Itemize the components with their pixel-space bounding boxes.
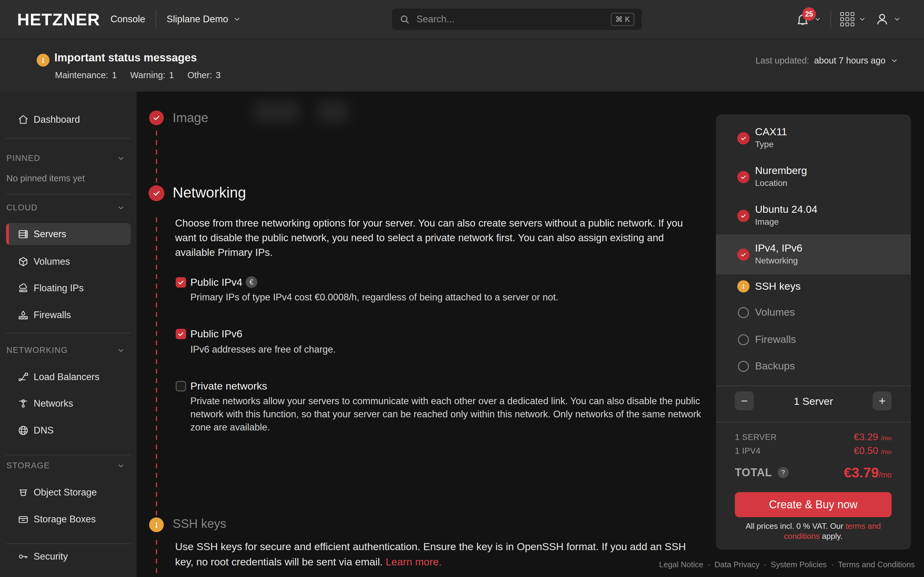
price-amount: €0.50 [854, 445, 878, 456]
networking-description: Choose from three networking options for… [175, 216, 695, 260]
top-navbar: HETZNER Console Sliplane Demo ⌘ K 25 [0, 0, 924, 39]
private-networks-description: Private networks allow your servers to c… [191, 395, 710, 434]
warning-icon [37, 54, 50, 66]
bucket-icon [18, 487, 29, 498]
sidebar-item-dashboard[interactable]: Dashboard [0, 109, 137, 131]
step-connector [156, 218, 157, 515]
summary-step-volumes[interactable]: Volumes [755, 306, 795, 318]
sidebar-item-servers[interactable]: Servers [6, 223, 131, 245]
empty-step-icon [738, 307, 749, 318]
increase-server-count-button[interactable]: + [873, 392, 892, 410]
sidebar-item-networks[interactable]: Networks [0, 393, 137, 414]
divider [6, 194, 131, 195]
status-counts: Maintenance:1 Warning:1 Other:3 [55, 70, 221, 80]
section-label: PINNED [6, 153, 40, 163]
sidebar-item-security[interactable]: Security [0, 546, 137, 567]
account-menu-button[interactable] [875, 12, 901, 26]
sidebar-item-floating-ips[interactable]: Floating IPs [0, 277, 137, 299]
chevron-down-icon [890, 57, 898, 65]
section-title-image: Image [173, 111, 208, 125]
search-bar[interactable]: ⌘ K [392, 8, 642, 30]
private-networks-checkbox[interactable] [176, 381, 186, 392]
footer-links: Legal Notice · Data Privacy · System Pol… [659, 560, 915, 569]
help-icon[interactable]: ? [778, 467, 788, 478]
search-input[interactable] [416, 13, 605, 25]
load-balancer-icon [18, 372, 29, 382]
home-icon [18, 114, 29, 125]
sidebar-item-load-balancers[interactable]: Load Balancers [0, 366, 137, 388]
last-updated-dropdown[interactable]: Last updated: about 7 hours ago [755, 56, 898, 66]
chevron-down-icon [117, 347, 125, 355]
sidebar-item-label: DNS [34, 425, 53, 436]
check-icon [737, 210, 750, 222]
check-icon [737, 171, 750, 183]
footer-link-data-privacy[interactable]: Data Privacy [714, 560, 759, 569]
check-icon [737, 132, 750, 144]
summary-step-ssh-keys[interactable]: SSH keys [755, 280, 801, 292]
price-amount: €3.29 [854, 431, 878, 442]
summary-step-image[interactable]: Ubuntu 24.04 [755, 203, 817, 215]
divider [6, 138, 131, 139]
sidebar-item-label: Firewalls [34, 309, 71, 321]
learn-more-link[interactable]: Learn more. [386, 556, 441, 567]
price-row-label: 1 SERVER [735, 433, 777, 442]
chevron-down-icon [859, 16, 866, 23]
summary-step-backups[interactable]: Backups [755, 360, 795, 372]
divider [716, 385, 911, 386]
summary-step-networking-sub: Networking [755, 256, 798, 266]
footer-link-terms[interactable]: Terms and Conditions [838, 560, 915, 569]
globe-icon [18, 425, 29, 436]
divider [6, 455, 131, 456]
divider [716, 422, 911, 422]
footer-link-system-policies[interactable]: System Policies [771, 560, 827, 569]
navbar-divider [155, 10, 156, 29]
floating-ip-icon [18, 283, 29, 294]
sidebar: Dashboard PINNED No pinned items yet CLO… [0, 92, 137, 577]
other-label: Other: [187, 70, 212, 80]
public-ipv4-label[interactable]: Public IPv4 [191, 276, 242, 288]
private-networks-label[interactable]: Private networks [191, 380, 267, 392]
chevron-down-icon [117, 204, 125, 212]
sidebar-item-object-storage[interactable]: Object Storage [0, 482, 137, 503]
chevron-down-icon [233, 15, 241, 23]
sidebar-section-pinned[interactable]: PINNED [6, 153, 125, 163]
summary-step-type[interactable]: CAX11 [755, 126, 787, 138]
sidebar-item-firewalls[interactable]: Firewalls [0, 304, 137, 326]
euro-cost-badge: € [246, 276, 257, 288]
network-icon [18, 398, 29, 409]
check-icon [737, 248, 750, 261]
public-ipv4-checkbox[interactable] [176, 277, 186, 288]
notifications-button[interactable]: 25 [796, 12, 821, 26]
sidebar-item-label: Networks [34, 398, 73, 409]
public-ipv6-label[interactable]: Public IPv6 [191, 328, 242, 340]
sidebar-section-storage[interactable]: STORAGE [6, 461, 125, 471]
create-and-buy-button[interactable]: Create & Buy now [735, 492, 892, 517]
footer-separator: · [764, 560, 767, 569]
sidebar-item-label: Object Storage [34, 487, 97, 498]
summary-step-networking[interactable]: IPv4, IPv6 [755, 242, 802, 254]
summary-step-firewalls[interactable]: Firewalls [755, 334, 796, 345]
summary-step-location[interactable]: Nuremberg [755, 164, 807, 176]
warning-count: 1 [169, 70, 174, 80]
console-label: Console [110, 14, 145, 25]
hetzner-logo[interactable]: HETZNER [17, 10, 100, 29]
project-name: Sliplane Demo [166, 14, 228, 25]
project-switcher[interactable]: Sliplane Demo [166, 14, 241, 25]
sidebar-item-label: Storage Boxes [34, 514, 95, 525]
price-unit: /mo [881, 434, 892, 442]
sidebar-item-volumes[interactable]: Volumes [0, 251, 137, 272]
ssh-description: Use SSH keys for secure and efficient au… [175, 539, 707, 569]
apps-menu-button[interactable] [840, 12, 866, 26]
notification-count-badge: 25 [802, 7, 816, 21]
sidebar-item-label: Volumes [34, 256, 70, 267]
sidebar-section-networking[interactable]: NETWORKING [6, 346, 125, 355]
footer-link-legal-notice[interactable]: Legal Notice [659, 560, 703, 569]
sidebar-section-cloud[interactable]: CLOUD [6, 203, 125, 213]
chevron-down-icon [117, 155, 125, 163]
sidebar-item-dns[interactable]: DNS [0, 419, 137, 442]
section-label: NETWORKING [6, 346, 68, 355]
public-ipv6-checkbox[interactable] [176, 329, 186, 339]
sidebar-item-label: Security [34, 551, 68, 562]
sidebar-item-storage-boxes[interactable]: Storage Boxes [0, 508, 137, 530]
sidebar-item-label: Dashboard [34, 114, 80, 125]
